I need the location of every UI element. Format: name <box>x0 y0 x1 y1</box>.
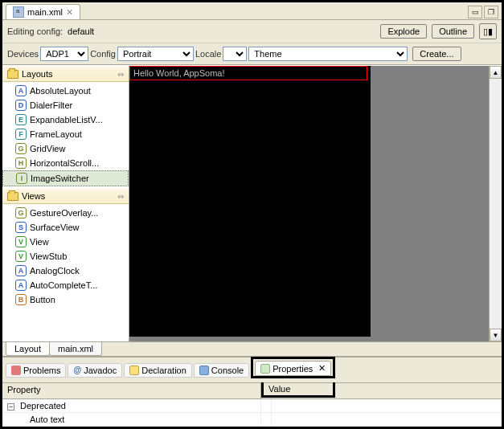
property-group-label: Deprecated <box>20 401 66 411</box>
javadoc-icon: @ <box>73 366 81 374</box>
close-icon[interactable]: ✕ <box>66 7 73 18</box>
letter-icon: G <box>15 207 27 219</box>
layout-canvas[interactable]: Hello World, AppSoma! <box>129 66 371 337</box>
properties-highlight: Properties ✕ <box>251 357 335 378</box>
folder-icon <box>7 70 18 79</box>
property-value[interactable] <box>261 413 272 426</box>
letter-icon: F <box>15 129 27 140</box>
close-icon[interactable]: ✕ <box>318 363 326 374</box>
palette-item-label: ImageSwitcher <box>31 174 89 183</box>
palette-item-label: ViewStub <box>30 251 67 261</box>
tab-problems[interactable]: Problems <box>6 363 66 378</box>
property-grid: Property Value − Deprecated Auto text <box>2 382 502 427</box>
pin-icon[interactable]: ⇔ <box>117 70 124 79</box>
editor-tab-bar: main.xml ✕ ▭ ❐ <box>2 2 502 20</box>
theme-select[interactable]: Theme <box>248 47 408 61</box>
minimize-button[interactable]: ▭ <box>468 6 482 18</box>
devices-select[interactable]: ADP1 <box>40 47 88 61</box>
pin-icon[interactable]: ⇔ <box>117 192 124 201</box>
scroll-track[interactable] <box>490 79 502 329</box>
palette-item-label: AutoCompleteT... <box>30 280 97 290</box>
palette-item[interactable]: AAutoCompleteT... <box>2 278 129 292</box>
property-row[interactable]: Auto text <box>2 413 502 427</box>
palette-item[interactable]: IImageSwitcher <box>2 170 129 186</box>
scroll-down-icon[interactable]: ▼ <box>490 329 502 341</box>
letter-icon: E <box>15 114 27 125</box>
palette-item[interactable]: FFrameLayout <box>2 127 129 141</box>
property-grid-header: Property Value <box>2 383 502 399</box>
palette-item-label: AnalogClock <box>30 266 80 276</box>
xml-file-icon <box>13 6 24 18</box>
tab-main-xml[interactable]: main.xml <box>49 342 102 356</box>
letter-icon: A <box>15 85 27 96</box>
layouts-header-label: Layouts <box>22 69 53 79</box>
tab-console[interactable]: Console <box>194 363 249 378</box>
properties-label: Properties <box>272 364 313 374</box>
letter-icon: V <box>15 236 27 247</box>
palette-item[interactable]: DDialerFilter <box>2 98 129 112</box>
property-col-header[interactable]: Property <box>2 383 261 398</box>
scroll-up-icon[interactable]: ▲ <box>490 66 502 79</box>
declaration-label: Declaration <box>141 366 186 375</box>
maximize-button[interactable]: ❐ <box>484 6 498 18</box>
palette-item-label: HorizontalScroll... <box>30 158 99 168</box>
editor-bottom-tabs: Layout main.xml <box>2 341 502 356</box>
palette-item[interactable]: VView <box>2 235 129 249</box>
config-select[interactable]: Portrait <box>117 47 194 61</box>
letter-icon: H <box>15 157 27 169</box>
palette-item[interactable]: BButton <box>2 292 129 307</box>
palette-item[interactable]: GGridView <box>2 141 129 156</box>
letter-icon: D <box>15 100 27 111</box>
palette-item-label: GridView <box>30 144 65 153</box>
tab-declaration[interactable]: Declaration <box>124 363 192 378</box>
palette-item-label: SurfaceView <box>30 223 80 232</box>
palette-layouts-header[interactable]: Layouts ⇔ <box>2 66 129 82</box>
editor-tab-main-xml[interactable]: main.xml ✕ <box>6 4 80 19</box>
locale-label: Locale <box>195 49 221 59</box>
views-list: GGestureOverlay...SSurfaceViewVViewVView… <box>2 204 129 308</box>
outline-button[interactable]: Outline <box>432 24 474 39</box>
editing-config-row: Editing config: default Explode Outline … <box>2 20 502 43</box>
palette-item-label: GestureOverlay... <box>30 208 98 218</box>
device-config-row: Devices ADP1 Config Portrait Locale Them… <box>2 43 502 65</box>
property-name: Auto text <box>30 415 64 424</box>
palette-item-label: View <box>30 237 49 247</box>
explode-button[interactable]: Explode <box>380 24 427 39</box>
palette-item[interactable]: EExpandableListV... <box>2 112 129 127</box>
vertical-scrollbar[interactable]: ▲ ▼ <box>489 66 502 341</box>
problems-label: Problems <box>23 366 60 375</box>
property-group-row[interactable]: − Deprecated <box>2 399 502 413</box>
palette-item[interactable]: AAnalogClock <box>2 264 129 278</box>
palette-item[interactable]: VViewStub <box>2 249 129 264</box>
palette-item[interactable]: HHorizontalScroll... <box>2 156 129 170</box>
properties-icon <box>260 364 270 374</box>
declaration-icon <box>129 366 139 375</box>
palette-item[interactable]: AAbsoluteLayout <box>2 84 129 98</box>
collapse-icon[interactable]: − <box>7 403 14 411</box>
letter-icon: A <box>15 280 27 291</box>
tab-javadoc[interactable]: @ Javadoc <box>68 363 122 378</box>
palette-item[interactable]: SSurfaceView <box>2 220 129 235</box>
palette-item-label: FrameLayout <box>30 129 82 139</box>
palette-item[interactable]: GGestureOverlay... <box>2 206 129 220</box>
palette: Layouts ⇔ AAbsoluteLayoutDDialerFilterEE… <box>2 66 129 341</box>
create-button[interactable]: Create... <box>412 47 461 61</box>
letter-icon: S <box>15 222 27 233</box>
devices-label: Devices <box>7 49 39 59</box>
console-icon <box>199 366 209 375</box>
locale-select[interactable] <box>223 47 247 61</box>
tab-layout[interactable]: Layout <box>6 342 50 356</box>
console-label: Console <box>211 366 244 375</box>
letter-icon: B <box>15 294 27 305</box>
javadoc-label: Javadoc <box>84 366 117 375</box>
tab-properties[interactable]: Properties ✕ <box>255 361 331 376</box>
problems-icon <box>11 366 21 375</box>
toggle-view-button[interactable]: ▯▮ <box>479 23 497 39</box>
editing-config-value: default <box>68 27 94 36</box>
letter-icon: I <box>16 173 27 184</box>
value-col-header[interactable]: Value <box>261 382 335 398</box>
canvas-wrap: Hello World, AppSoma! ▲ ▼ <box>129 66 502 341</box>
palette-views-header[interactable]: Views ⇔ <box>2 188 129 204</box>
textview-element[interactable]: Hello World, AppSoma! <box>129 66 367 80</box>
layouts-list: AAbsoluteLayoutDDialerFilterEExpandableL… <box>2 82 129 188</box>
